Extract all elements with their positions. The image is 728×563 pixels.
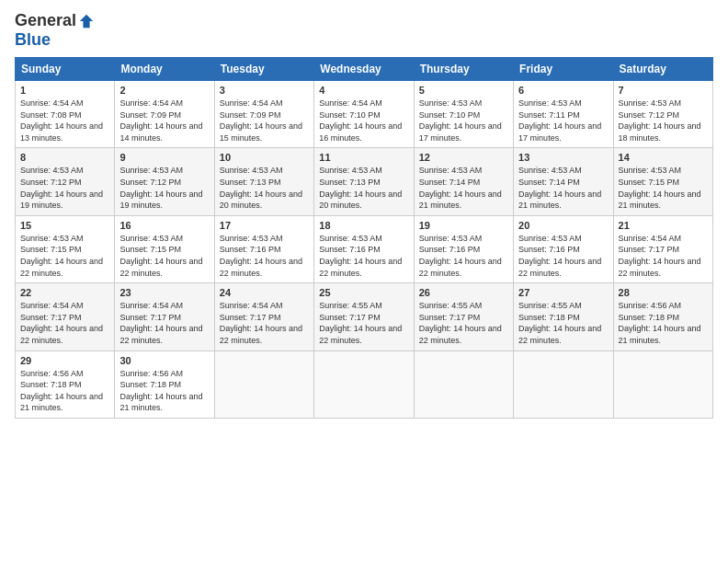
day-header-saturday: Saturday — [613, 58, 712, 81]
day-info: Sunrise: 4:53 AMSunset: 7:11 PMDaylight:… — [518, 98, 608, 144]
logo-general-text: General — [15, 11, 76, 30]
calendar-cell: 9Sunrise: 4:53 AMSunset: 7:12 PMDaylight… — [115, 148, 214, 215]
day-info: Sunrise: 4:53 AMSunset: 7:15 PMDaylight:… — [20, 233, 109, 279]
calendar-cell: 19Sunrise: 4:53 AMSunset: 7:16 PMDayligh… — [414, 215, 513, 282]
day-number: 10 — [220, 152, 309, 163]
day-info: Sunrise: 4:55 AMSunset: 7:18 PMDaylight:… — [518, 300, 608, 346]
logo-area: General Blue — [15, 11, 95, 50]
calendar-cell: 6Sunrise: 4:53 AMSunset: 7:11 PMDaylight… — [514, 81, 613, 148]
calendar-cell — [314, 350, 414, 418]
day-info: Sunrise: 4:54 AMSunset: 7:10 PMDaylight:… — [319, 98, 408, 144]
day-info: Sunrise: 4:53 AMSunset: 7:15 PMDaylight:… — [119, 233, 209, 279]
calendar-cell: 21Sunrise: 4:54 AMSunset: 7:17 PMDayligh… — [613, 215, 712, 282]
day-info: Sunrise: 4:53 AMSunset: 7:13 PMDaylight:… — [220, 165, 309, 211]
calendar-cell: 11Sunrise: 4:53 AMSunset: 7:13 PMDayligh… — [314, 148, 414, 215]
day-number: 19 — [419, 220, 508, 231]
day-number: 21 — [619, 220, 708, 231]
calendar-cell — [514, 350, 613, 418]
calendar-cell: 22Sunrise: 4:54 AMSunset: 7:17 PMDayligh… — [16, 283, 115, 350]
calendar-cell: 15Sunrise: 4:53 AMSunset: 7:15 PMDayligh… — [16, 215, 115, 282]
week-row-1: 1Sunrise: 4:54 AMSunset: 7:08 PMDaylight… — [16, 81, 713, 148]
calendar-body: 1Sunrise: 4:54 AMSunset: 7:08 PMDaylight… — [16, 81, 713, 419]
days-of-week-row: SundayMondayTuesdayWednesdayThursdayFrid… — [16, 58, 713, 81]
calendar-cell: 23Sunrise: 4:54 AMSunset: 7:17 PMDayligh… — [115, 283, 214, 350]
day-number: 17 — [220, 220, 309, 231]
calendar-cell: 10Sunrise: 4:53 AMSunset: 7:13 PMDayligh… — [214, 148, 313, 215]
day-info: Sunrise: 4:56 AMSunset: 7:18 PMDaylight:… — [619, 300, 708, 346]
day-info: Sunrise: 4:54 AMSunset: 7:09 PMDaylight:… — [220, 98, 309, 144]
day-info: Sunrise: 4:53 AMSunset: 7:12 PMDaylight:… — [119, 165, 209, 211]
calendar-cell: 16Sunrise: 4:53 AMSunset: 7:15 PMDayligh… — [115, 215, 214, 282]
day-info: Sunrise: 4:53 AMSunset: 7:16 PMDaylight:… — [518, 233, 608, 279]
day-number: 11 — [319, 152, 408, 163]
day-header-friday: Friday — [514, 58, 613, 81]
day-number: 14 — [619, 152, 708, 163]
day-number: 15 — [20, 220, 109, 231]
day-number: 24 — [220, 287, 309, 298]
day-number: 12 — [419, 152, 508, 163]
calendar-cell — [214, 350, 313, 418]
calendar-cell: 4Sunrise: 4:54 AMSunset: 7:10 PMDaylight… — [314, 81, 414, 148]
calendar-cell: 8Sunrise: 4:53 AMSunset: 7:12 PMDaylight… — [16, 148, 115, 215]
day-info: Sunrise: 4:54 AMSunset: 7:17 PMDaylight:… — [220, 300, 309, 346]
day-number: 29 — [20, 355, 109, 366]
day-number: 18 — [319, 220, 408, 231]
calendar-table: SundayMondayTuesdayWednesdayThursdayFrid… — [15, 57, 713, 419]
calendar-cell: 18Sunrise: 4:53 AMSunset: 7:16 PMDayligh… — [314, 215, 414, 282]
day-number: 26 — [419, 287, 508, 298]
day-info: Sunrise: 4:53 AMSunset: 7:12 PMDaylight:… — [619, 98, 708, 144]
week-row-2: 8Sunrise: 4:53 AMSunset: 7:12 PMDaylight… — [16, 148, 713, 215]
day-header-tuesday: Tuesday — [214, 58, 313, 81]
calendar-cell: 7Sunrise: 4:53 AMSunset: 7:12 PMDaylight… — [613, 81, 712, 148]
calendar-header: SundayMondayTuesdayWednesdayThursdayFrid… — [16, 58, 713, 81]
day-number: 9 — [119, 152, 209, 163]
day-number: 16 — [119, 220, 209, 231]
day-info: Sunrise: 4:54 AMSunset: 7:17 PMDaylight:… — [119, 300, 209, 346]
logo: General — [15, 11, 95, 30]
calendar-cell — [613, 350, 712, 418]
calendar-cell: 30Sunrise: 4:56 AMSunset: 7:18 PMDayligh… — [115, 350, 214, 418]
day-number: 20 — [518, 220, 608, 231]
day-info: Sunrise: 4:53 AMSunset: 7:10 PMDaylight:… — [419, 98, 508, 144]
day-header-monday: Monday — [115, 58, 214, 81]
calendar-cell: 3Sunrise: 4:54 AMSunset: 7:09 PMDaylight… — [214, 81, 313, 148]
calendar-cell: 27Sunrise: 4:55 AMSunset: 7:18 PMDayligh… — [514, 283, 613, 350]
day-info: Sunrise: 4:55 AMSunset: 7:17 PMDaylight:… — [419, 300, 508, 346]
day-number: 27 — [518, 287, 608, 298]
logo-blue-text: Blue — [15, 30, 51, 50]
day-info: Sunrise: 4:53 AMSunset: 7:14 PMDaylight:… — [419, 165, 508, 211]
calendar-cell: 14Sunrise: 4:53 AMSunset: 7:15 PMDayligh… — [613, 148, 712, 215]
day-number: 7 — [619, 85, 708, 96]
calendar-cell — [414, 350, 513, 418]
day-info: Sunrise: 4:54 AMSunset: 7:09 PMDaylight:… — [119, 98, 209, 144]
header: General Blue — [15, 11, 713, 50]
calendar-cell: 1Sunrise: 4:54 AMSunset: 7:08 PMDaylight… — [16, 81, 115, 148]
day-info: Sunrise: 4:53 AMSunset: 7:16 PMDaylight:… — [220, 233, 309, 279]
calendar-cell: 26Sunrise: 4:55 AMSunset: 7:17 PMDayligh… — [414, 283, 513, 350]
day-number: 25 — [319, 287, 408, 298]
calendar-cell: 28Sunrise: 4:56 AMSunset: 7:18 PMDayligh… — [613, 283, 712, 350]
day-number: 28 — [619, 287, 708, 298]
week-row-5: 29Sunrise: 4:56 AMSunset: 7:18 PMDayligh… — [16, 350, 713, 418]
calendar-cell: 2Sunrise: 4:54 AMSunset: 7:09 PMDaylight… — [115, 81, 214, 148]
day-number: 22 — [20, 287, 109, 298]
day-header-sunday: Sunday — [16, 58, 115, 81]
day-info: Sunrise: 4:53 AMSunset: 7:14 PMDaylight:… — [518, 165, 608, 211]
logo-icon — [78, 13, 95, 29]
day-header-thursday: Thursday — [414, 58, 513, 81]
week-row-4: 22Sunrise: 4:54 AMSunset: 7:17 PMDayligh… — [16, 283, 713, 350]
day-number: 30 — [119, 355, 209, 366]
day-number: 2 — [119, 85, 209, 96]
day-info: Sunrise: 4:53 AMSunset: 7:15 PMDaylight:… — [619, 165, 708, 211]
calendar-cell: 24Sunrise: 4:54 AMSunset: 7:17 PMDayligh… — [214, 283, 313, 350]
day-info: Sunrise: 4:53 AMSunset: 7:13 PMDaylight:… — [319, 165, 408, 211]
day-info: Sunrise: 4:54 AMSunset: 7:08 PMDaylight:… — [20, 98, 109, 144]
day-info: Sunrise: 4:53 AMSunset: 7:16 PMDaylight:… — [419, 233, 508, 279]
calendar-cell: 12Sunrise: 4:53 AMSunset: 7:14 PMDayligh… — [414, 148, 513, 215]
day-info: Sunrise: 4:53 AMSunset: 7:16 PMDaylight:… — [319, 233, 408, 279]
day-info: Sunrise: 4:55 AMSunset: 7:17 PMDaylight:… — [319, 300, 408, 346]
calendar-cell: 5Sunrise: 4:53 AMSunset: 7:10 PMDaylight… — [414, 81, 513, 148]
day-info: Sunrise: 4:54 AMSunset: 7:17 PMDaylight:… — [619, 233, 708, 279]
calendar-cell: 29Sunrise: 4:56 AMSunset: 7:18 PMDayligh… — [16, 350, 115, 418]
week-row-3: 15Sunrise: 4:53 AMSunset: 7:15 PMDayligh… — [16, 215, 713, 282]
